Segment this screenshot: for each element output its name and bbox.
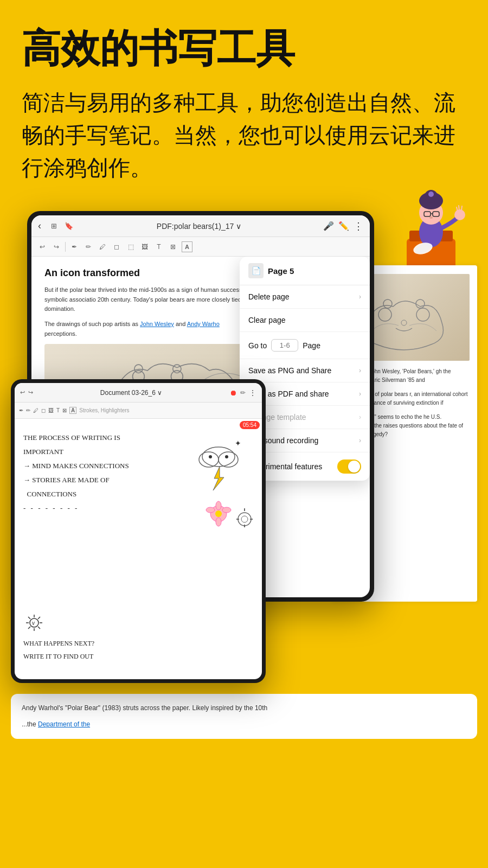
highlighter-tool[interactable]: 🖊 [97,241,108,252]
small-pen-tool[interactable]: ✒ [19,407,23,413]
small-more-icon[interactable]: ⋮ [249,388,256,397]
text-box-tool[interactable]: T [153,241,164,252]
svg-point-45 [238,513,251,526]
chevron-icon-template: › [359,413,361,421]
timer-badge: 05:54 [240,421,260,429]
menu-item-delete-page[interactable]: Delete page › [240,285,370,309]
separator [65,242,66,252]
svg-point-22 [173,365,181,373]
svg-point-36 [209,455,212,458]
goto-label: Go to [248,341,267,350]
redo-button[interactable]: ↪ [51,241,62,252]
small-tablet-content: 05:54 THE PROCESS OF WRITING IS IMPORTAN… [15,419,262,679]
small-eraser-tool[interactable]: ◻ [41,407,46,413]
hero-section: 高效的书写工具 简洁与易用的多种工具，助您创造出自然、流畅的手写笔记。当然，您也… [0,0,488,195]
small-drawing-toolbar: ✒ ✏ 🖊 ◻ 🖼 T ⊠ A Strokes, Highlighters [15,403,262,419]
svg-line-30 [38,617,40,619]
small-crop-tool[interactable]: ⊠ [62,407,67,413]
sun-doodle: v [23,612,45,636]
more-options-icon[interactable]: ⋮ [354,220,363,232]
svg-point-43 [216,518,221,526]
handwriting-area: THE PROCESS OF WRITING IS IMPORTANT → MI… [23,431,253,515]
microphone-icon[interactable]: 🎤 [323,221,334,231]
svg-text:v: v [32,620,35,626]
small-pencil-tool[interactable]: ✏ [26,407,30,413]
dept-link[interactable]: Department of the [38,720,90,728]
page-icon: 📄 [248,263,264,278]
small-image-tool[interactable]: 🖼 [48,407,54,413]
svg-text:✦: ✦ [235,439,241,448]
eraser-tool[interactable]: ◻ [111,241,122,252]
chevron-icon-pdf: › [359,390,361,398]
menu-item-clear-page[interactable]: Clear page [240,309,370,332]
bottom-paragraph: Andy Warhol's "Polar Bear" (1983) struts… [22,703,466,714]
chevron-icon-sound: › [359,437,361,444]
svg-point-21 [134,365,143,373]
small-tablet: ↩ ↪ Document 03-26_6 ∨ ⏺ ✏ ⋮ ✒ ✏ 🖊 ◻ 🖼 T… [11,379,266,683]
svg-point-42 [216,501,221,510]
link-john-wesley[interactable]: John Wesley [140,321,174,327]
select-tool[interactable]: ⬚ [125,241,136,252]
page-label: Page 5 [268,266,294,276]
main-tablet-toolbar: ‹ ⊞ 🔖 PDF:polar bears(1)_17 ∨ 🎤 ✏️ ⋮ [31,215,370,237]
bookmark-icon[interactable]: 🔖 [63,220,75,232]
small-tablet-toolbar: ↩ ↪ Document 03-26_6 ∨ ⏺ ✏ ⋮ [15,383,262,403]
undo-button[interactable]: ↩ [37,241,48,252]
document-title[interactable]: PDF:polar bears(1)_17 ∨ [79,222,319,231]
delete-page-label: Delete page [248,292,290,301]
page-text: Page [303,341,320,350]
pen-tool[interactable]: ✒ [69,241,80,252]
small-pen-icon[interactable]: ✏ [240,389,246,397]
svg-point-14 [378,308,391,321]
goto-row: Go to Page [248,339,320,352]
chevron-icon-png: › [359,367,361,374]
svg-point-15 [416,308,429,321]
svg-point-11 [428,192,434,197]
strokes-label: Strokes, Highlighters [79,407,129,413]
small-document-title[interactable]: Document 03-26_6 ∨ [36,389,226,397]
clear-page-label: Clear page [248,316,286,324]
svg-point-39 [215,510,222,517]
menu-item-goto[interactable]: Go to Page [240,332,370,359]
bottom-text-content: Andy Warhol's "Polar Bear" (1983) struts… [22,704,267,712]
link-andy-warhol[interactable]: Andy Warho [187,321,220,327]
bottom-text-section: Andy Warhol's "Polar Bear" (1983) struts… [11,694,477,739]
pen-icon[interactable]: ✏️ [338,221,349,231]
small-font-tool[interactable]: A [69,407,76,414]
svg-line-31 [28,627,30,629]
goto-input[interactable] [271,339,298,352]
svg-point-40 [206,507,215,513]
hw-bottom-2: WRITE IT TO FIND OUT [23,650,94,663]
svg-line-29 [38,627,40,629]
pencil-tool[interactable]: ✏ [83,241,94,252]
svg-point-37 [225,455,228,458]
font-tool[interactable]: A [182,241,192,252]
small-record-icon[interactable]: ⏺ [229,388,237,397]
bottom-handwriting: WHAT HAPPENS NEXT? WRITE IT TO FIND OUT [23,637,94,663]
svg-point-33 [202,447,235,467]
small-textbox-tool[interactable]: T [56,407,60,413]
dept-text: ...the Department of the [22,719,466,731]
toolbar-icon-group: ⊞ 🔖 [48,220,75,232]
image-tool[interactable]: 🖼 [139,241,150,252]
svg-point-46 [241,516,248,522]
doodle-area: ✦ [181,430,256,538]
hero-title: 高效的书写工具 [22,27,466,70]
toolbar-right-icons: 🎤 ✏️ ⋮ [323,220,363,232]
hw-bottom-1: WHAT HAPPENS NEXT? [23,637,94,650]
drawing-toolbar: ↩ ↪ ✒ ✏ 🖊 ◻ ⬚ 🖼 T ⊠ A [31,237,370,257]
toggle-knob [348,461,360,473]
menu-item-save-png[interactable]: Save as PNG and Share › [240,359,370,382]
svg-point-16 [401,320,407,326]
grid-icon[interactable]: ⊞ [48,220,60,232]
save-png-label: Save as PNG and Share [248,366,331,375]
crop-tool[interactable]: ⊠ [168,241,178,252]
small-redo[interactable]: ↪ [28,389,33,396]
svg-line-28 [28,617,30,619]
small-highlighter-tool[interactable]: 🖊 [33,407,38,413]
chevron-icon: › [359,293,361,301]
back-button[interactable]: ‹ [38,220,41,232]
svg-point-17 [383,299,392,308]
small-undo[interactable]: ↩ [20,389,25,396]
experimental-toggle[interactable] [337,459,361,474]
